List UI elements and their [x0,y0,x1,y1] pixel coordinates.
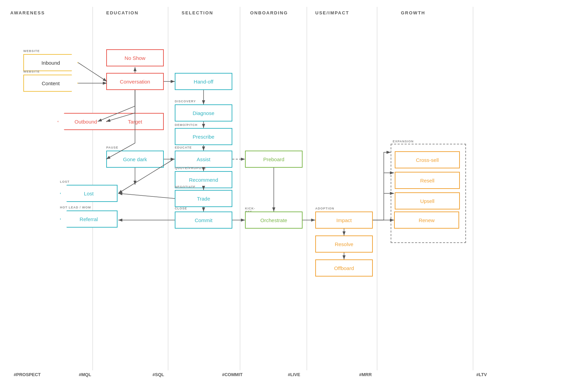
referral-label: Referral [79,216,98,222]
trade-box: Trade [175,190,232,207]
inbound-box: Inbound [23,54,78,71]
preboard-label: Preboard [263,156,284,162]
hash-prospect: #PROSPECT [14,372,41,377]
hash-live: #LIVE [288,372,300,377]
phase-growth: GROWTH [401,10,425,15]
expansion-label: EXPANSION [393,140,414,143]
trade-label: Trade [197,196,210,202]
crosssell-box: Cross-sell [395,151,460,168]
diagram: AWARENESS EDUCATION SELECTION ONBOARDING… [0,0,588,384]
hash-mql: #MQL [79,372,91,377]
target-box: Target [106,113,164,130]
upsell-label: Upsell [420,198,434,204]
upsell-box: Upsell [395,192,460,209]
offboard-label: Offboard [334,265,354,271]
gonedark-box: Gone dark [106,151,164,168]
assist-label: Assist [197,156,210,162]
diagnose-label: Diagnose [193,110,214,116]
phase-education: EDUCATION [106,10,138,15]
resell-label: Resell [420,178,434,183]
divider-3 [240,7,240,370]
resolve-label: Resolve [335,241,353,247]
gonedark-sublabel: PAUSE [106,146,118,149]
assist-box: Assist [175,151,232,168]
svg-line-16 [118,193,175,199]
outbound-box: Outbound [58,113,114,130]
trade-sublabel: NEGOTIATE [175,185,196,189]
prescribe-sublabel: DEMO/PITCH [175,123,198,127]
gonedark-label: Gone dark [123,156,147,162]
phase-onboarding: ONBOARDING [250,10,288,15]
divider-4 [307,7,307,370]
hash-sql: #SQL [152,372,164,377]
prescribe-label: Prescribe [193,134,214,140]
noshow-box: No Show [106,49,164,66]
phase-use-impact: USE/IMPACT [315,10,349,15]
divider-2 [168,7,168,370]
content-sublabel: WEBSITE [23,70,40,73]
conversation-label: Conversation [120,79,150,85]
lost-sublabel: LOST [60,180,70,183]
content-label: Content [42,80,60,86]
lost-label: Lost [84,191,94,196]
handoff-box: Hand-off [175,73,232,90]
impact-box: Impact [315,212,373,229]
preboard-box: Preboard [245,151,303,168]
content-box: Content [23,75,78,92]
hash-commit: #COMMIT [222,372,243,377]
referral-sublabel: HOT LEAD / WoM [60,206,91,209]
outbound-label: Outbound [75,119,97,125]
recommend-sublabel: QUOTE/PROPOSE [175,166,206,170]
impact-sublabel: ADOPTION [315,207,334,210]
resell-box: Resell [395,172,460,189]
target-label: Target [128,119,142,125]
referral-box: Referral [60,210,118,228]
phase-selection: SELECTION [182,10,213,15]
crosssell-label: Cross-sell [416,157,439,163]
commit-label: Commit [195,217,212,223]
renew-box: Renew [394,212,459,229]
inbound-sublabel: WEBSITE [23,49,40,53]
impact-label: Impact [336,217,352,223]
assist-sublabel: EDUCATE [175,146,192,149]
offboard-box: Offboard [315,259,373,277]
commit-box: Commit [175,212,232,229]
hash-ltv: #LTV [476,372,487,377]
diagnose-sublabel: DISCOVERY [175,100,196,103]
orchestrate-label: Orchestrate [260,217,287,223]
commit-sublabel: CLOSE [175,207,187,210]
inbound-label: Inbound [41,60,60,66]
diagnose-box: Diagnose [175,104,232,121]
orchestrate-box: Orchestrate [245,212,303,229]
recommend-label: Recommend [189,177,218,183]
renew-label: Renew [419,217,435,223]
phase-awareness: AWARENESS [10,10,45,15]
prescribe-box: Prescribe [175,128,232,145]
handoff-label: Hand-off [194,79,213,85]
divider-5 [377,7,377,370]
lost-box: Lost [60,185,118,202]
hash-mrr: #MRR [359,372,372,377]
divider-6 [473,7,473,370]
conversation-box: Conversation [106,73,164,90]
resolve-box: Resolve [315,235,373,253]
noshow-label: No Show [125,55,146,61]
